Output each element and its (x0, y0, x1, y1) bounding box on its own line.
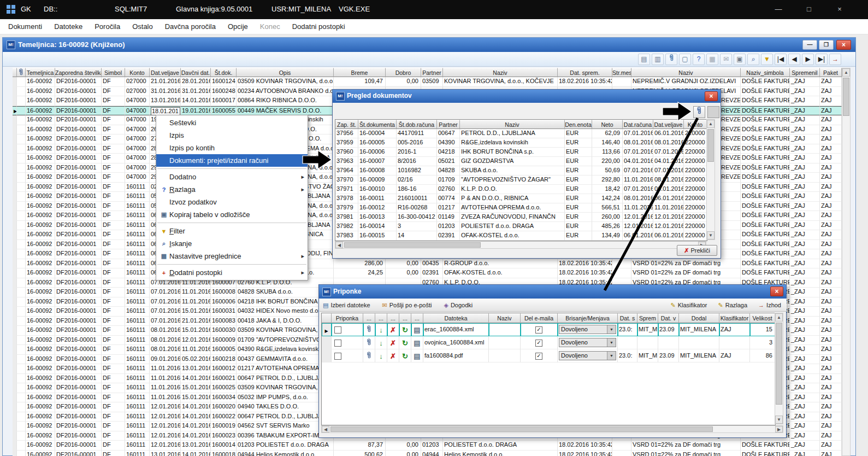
main-column-header[interactable] (13, 68, 17, 77)
pregled-column-header[interactable]: Konto (684, 120, 707, 129)
pregled-column-header[interactable]: Den.enota (565, 120, 592, 129)
scroll-thumb[interactable] (776, 323, 782, 405)
filter-clear-icon[interactable]: ▼ (761, 54, 773, 65)
attachment-checkbox[interactable] (334, 340, 341, 347)
main-column-header[interactable]: Naziv (443, 68, 558, 77)
main-column-header[interactable]: Naziv (631, 68, 741, 77)
main-column-header[interactable]: Naziv_simbola (741, 68, 790, 77)
menu-dodatni-postopki[interactable]: Dodatni postopki (286, 19, 351, 34)
main-column-header[interactable]: Zaporedna številka (55, 68, 102, 77)
table-row[interactable]: 16-00092DF2016-00001DF16011106.01.201602… (13, 268, 842, 278)
table-row[interactable]: 3797116-00010186-1602760K.L.P. D.O.O.EUR… (335, 185, 707, 194)
menu-item-dokumenti-prejeti-izdani-ra-uni[interactable]: Dokumenti: prejeti/izdani računi (156, 154, 308, 167)
exit-icon[interactable]: → (829, 54, 841, 65)
dogodki-button[interactable]: ◈Dogodki (444, 302, 473, 309)
paperclip-column-icon[interactable] (17, 68, 26, 77)
priponke-vertical-scrollbar[interactable]: ▲ ▼ (775, 313, 783, 424)
delete-icon[interactable]: ✗ (390, 326, 396, 334)
priponke-titlebar[interactable]: M! Priponke × (319, 285, 786, 299)
preview-icon[interactable]: ▤ (414, 326, 420, 334)
attachment-row[interactable]: ↓✗↻▤ovojnica_1600884.xml✓Dovoljeno▼3 (322, 336, 775, 349)
pregled-column-header[interactable]: Št.dokumenta (358, 120, 397, 129)
pregled-column-header[interactable]: Št.dob.računa (397, 120, 437, 129)
scroll-left-icon[interactable]: ◀ (322, 426, 329, 432)
table-row[interactable]: 3797916-00012R16-0026801217AVTOTEHNA OPR… (335, 203, 707, 213)
search-icon[interactable]: ⌕ (747, 54, 759, 65)
menu-ostalo[interactable]: Ostalo (126, 19, 159, 34)
paperclip-icon[interactable] (366, 338, 372, 347)
main-column-header[interactable]: Davčni dat. (181, 68, 211, 77)
refresh-icon[interactable]: ↻ (402, 353, 408, 360)
menu-item-izpis[interactable]: Izpis (156, 129, 308, 142)
maximize-button[interactable]: □ (796, 0, 822, 19)
table-row[interactable]: 3798216-00014301203POLIESTET d.o.o. DRAG… (335, 222, 707, 231)
attachment-icon[interactable] (665, 54, 677, 65)
menu-poro-ila[interactable]: Poročila (88, 19, 126, 34)
priponke-grid[interactable]: Priponka...............DatotekaNazivDel … (321, 313, 776, 425)
priponke-column-header[interactable] (322, 313, 332, 323)
main-column-header[interactable]: Paket (820, 68, 842, 77)
table-row[interactable]: 3798316-000151402391OFAK-KOSTEL d.o.o.EU… (335, 231, 707, 241)
priponke-column-header[interactable]: Brisanje/Menjava (558, 313, 618, 323)
table-row[interactable]: 3797816-0001121601001100774P & AN D.O.O.… (335, 194, 707, 203)
table-row[interactable]: 3796316-000078/201605021GIZ GOZDARSTVAEU… (335, 157, 707, 166)
table-row[interactable]: 16-00092DF2016-00001DF16011112.01.201613… (13, 441, 842, 451)
priponke-column-header[interactable]: Naziv (489, 313, 521, 323)
table-row[interactable]: 3798116-0001316-300-0041201149ZVEZA RAČU… (335, 213, 707, 222)
mail-icon[interactable]: ✉ (720, 54, 732, 65)
priponke-close-button[interactable]: × (770, 287, 783, 296)
pregled-horizontal-scrollbar[interactable]: ◀ ▶ (335, 241, 706, 249)
main-column-header[interactable]: Breme (334, 68, 386, 77)
menu-item-kopiraj-tabelo-v-odlo-i-e[interactable]: ▣Kopiraj tabelo v odložišče (156, 208, 308, 221)
main-column-header[interactable]: Simbol (102, 68, 125, 77)
menu-item-izpis-po-kontih[interactable]: Izpis po kontih (156, 142, 308, 154)
pregled-vertical-scrollbar[interactable]: ▲ ▼ (706, 119, 715, 240)
main-column-header[interactable]: Partner (421, 68, 443, 77)
priponke-column-header[interactable]: ... (375, 313, 387, 323)
priponke-column-header[interactable]: Dat. v (658, 313, 679, 323)
table-row[interactable]: 16-00092DF2016-00001DF02700021.01.201628… (13, 77, 842, 87)
po-lji-po-e-po-ti-button[interactable]: ✉Pošlji po e-pošti (382, 302, 432, 309)
priponke-column-header[interactable]: ... (363, 313, 375, 323)
priponke-column-header[interactable]: Sprem (637, 313, 658, 323)
delete-icon[interactable]: ✗ (390, 340, 396, 347)
menu-item-filter[interactable]: ▼Filter (156, 225, 308, 237)
scroll-down-icon[interactable]: ▼ (707, 231, 715, 239)
menu-datoteke[interactable]: Datoteke (48, 19, 88, 34)
izhod-button[interactable]: →Izhod (758, 302, 781, 308)
main-column-header[interactable]: Str.mesto (612, 68, 631, 77)
refresh-icon[interactable]: ↻ (402, 340, 408, 347)
attachment-row[interactable]: ▶↓✗↻▤erac_1600884.xml✓Dovoljeno▼23.0:MIT… (322, 323, 775, 336)
menu-dokumenti[interactable]: Dokumenti (2, 19, 48, 34)
scroll-thumb[interactable] (330, 426, 713, 432)
attachment-checkbox[interactable] (334, 326, 341, 334)
child-close-button[interactable]: × (836, 40, 851, 50)
table-row[interactable]: 3796016-000062016-104218IHK BORUT BONČIN… (335, 148, 707, 157)
menu-opcije[interactable]: Opcije (222, 19, 254, 34)
pregled-column-header[interactable]: Dat.računa (623, 120, 653, 129)
permission-dropdown[interactable]: Dovoljeno▼ (559, 351, 616, 360)
menu-item-iskanje[interactable]: ⌕Iskanje (156, 237, 308, 250)
child-restore-button[interactable]: ❐ (819, 40, 834, 50)
table-row[interactable]: 3795616-000044417091100647PETROL D.D., L… (335, 129, 707, 138)
main-column-header[interactable]: Temeljnica (26, 68, 55, 77)
main-column-header[interactable]: Opis (237, 68, 334, 77)
print-icon[interactable]: ▣ (734, 54, 746, 65)
refresh-icon[interactable]: ↻ (402, 326, 408, 334)
nav-next-icon[interactable]: ▶ (802, 54, 814, 65)
paperclip-icon[interactable] (366, 352, 372, 360)
main-column-header[interactable]: Dobro (386, 68, 421, 77)
monitor-icon[interactable]: ▢ (679, 54, 691, 65)
scroll-left-icon[interactable]: ◀ (335, 242, 343, 248)
pregled-column-header[interactable]: Dat.veljave (653, 120, 684, 129)
nav-last-icon[interactable]: ▶| (816, 54, 828, 65)
email-checkbox[interactable]: ✓ (535, 353, 542, 360)
main-vertical-scrollbar[interactable]: ▲ (842, 68, 851, 456)
save-down-icon[interactable]: ↓ (379, 326, 383, 334)
izberi-datoteke-button[interactable]: ▤Izberi datoteke (323, 302, 370, 309)
main-column-header[interactable]: Dat. sprem. (558, 68, 612, 77)
table-row[interactable]: 3796416-00008101698204828SKUBA d.o.o.EUR… (335, 166, 707, 176)
priponke-column-header[interactable]: Del e-maila (521, 313, 558, 323)
menu-item-se-tevki[interactable]: Seštevki (156, 116, 308, 129)
menu-item-dodatno[interactable]: Dodatno▸ (156, 171, 308, 183)
